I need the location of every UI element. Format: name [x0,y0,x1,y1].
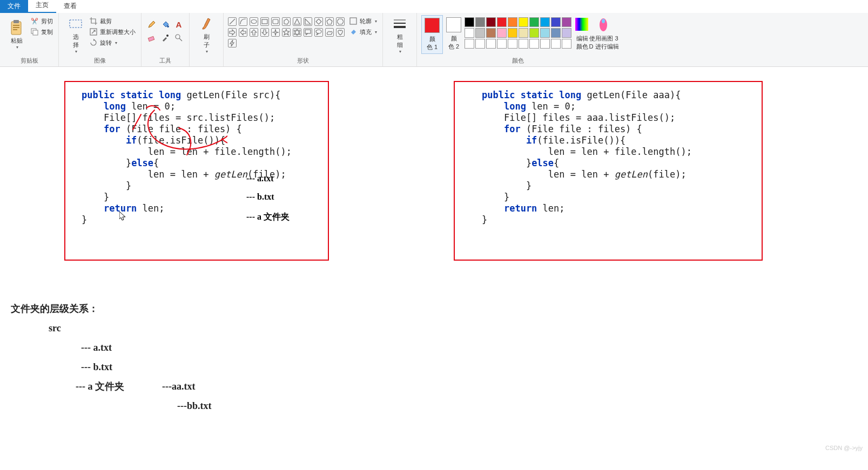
swatch[interactable] [529,28,539,38]
swatch[interactable] [519,28,528,38]
rotate-icon [89,38,98,47]
swatch[interactable] [497,39,507,49]
swatch[interactable] [486,28,496,38]
group-label-shapes: 形状 [297,56,309,66]
color-palette[interactable] [465,15,571,49]
select-button[interactable]: 选 择 [63,15,88,54]
shape-curve[interactable] [239,17,247,26]
shape-hexagon[interactable] [336,17,345,26]
swatch[interactable] [486,17,496,27]
color2-button[interactable]: 颜 色 2 [443,15,465,54]
rotate-button[interactable]: 旋转 [88,38,137,47]
svg-rect-15 [273,19,278,24]
swatch[interactable] [551,39,561,49]
shape-bolt[interactable] [228,39,237,47]
group-stroke: 粗 细 [383,13,417,66]
shape-arrow-u[interactable] [250,28,258,37]
brushes-button[interactable]: 刷 子 [194,15,219,54]
magnifier-tool[interactable] [173,32,185,44]
swatch[interactable] [486,39,496,49]
swatch[interactable] [540,17,550,27]
hierarchy-c1: --- a.txt [81,338,212,357]
shape-callout-cloud[interactable] [325,28,334,37]
swatch[interactable] [497,17,507,27]
copy-icon [30,28,39,36]
shape-star5[interactable] [282,28,291,37]
annot-b-txt: --- b.txt [246,192,274,202]
shape-polygon[interactable] [282,17,291,26]
swatch[interactable] [465,17,474,27]
swatch[interactable] [475,28,485,38]
swatch[interactable] [540,39,550,49]
swatch[interactable] [519,17,528,27]
tab-file[interactable]: 文件 [0,0,28,13]
shape-callout-rect[interactable] [304,28,312,37]
shape-rtriangle[interactable] [304,17,312,26]
svg-rect-7 [70,20,82,28]
svg-point-9 [167,25,169,28]
code-box-right: public static long getLen(File aaa){ lon… [454,81,763,261]
shape-arrow-l[interactable] [239,28,247,37]
shape-line[interactable] [228,17,237,26]
shape-roundrect[interactable] [271,17,280,26]
svg-rect-10 [148,36,154,41]
shape-pentagon[interactable] [325,17,334,26]
svg-rect-1 [14,20,19,23]
tab-home[interactable]: 主页 [28,0,56,13]
swatch[interactable] [508,17,517,27]
edit-colors-icon [575,17,590,32]
svg-point-12 [176,35,180,39]
paste-button[interactable]: 粘贴 [4,15,29,54]
swatch[interactable] [508,28,517,38]
swatch[interactable] [508,39,517,49]
eraser-tool[interactable] [146,32,158,44]
swatch[interactable] [475,39,485,49]
canvas-area[interactable]: public static long getLen(File src){ lon… [0,67,868,470]
shape-heart[interactable] [336,28,345,37]
copy-button[interactable]: 复制 [29,27,54,37]
shape-rect[interactable] [260,17,269,26]
swatch[interactable] [529,39,539,49]
picker-tool[interactable] [159,32,171,44]
group-label-image: 图像 [94,56,106,66]
tab-view[interactable]: 查看 [56,0,84,13]
shape-gallery[interactable] [228,15,345,47]
swatch[interactable] [551,28,561,38]
shape-diamond[interactable] [314,17,323,26]
shape-triangle[interactable] [293,17,301,26]
shape-star4[interactable] [271,28,280,37]
swatch[interactable] [562,39,571,49]
color1-button[interactable]: 颜 色 1 [421,15,443,54]
brush-icon [199,16,214,33]
group-clipboard: 粘贴 ✂️ 剪切 复制 剪贴板 [0,13,59,66]
swatch[interactable] [562,28,571,38]
paste-icon [9,19,24,37]
outline-button[interactable]: 轮廓 [348,16,378,26]
outline-icon [349,17,358,25]
swatch[interactable] [465,39,474,49]
crop-button[interactable]: 裁剪 [88,16,137,26]
swatch[interactable] [529,17,539,27]
shape-oval[interactable] [250,17,258,26]
swatch[interactable] [540,28,550,38]
cut-button[interactable]: ✂️ 剪切 [29,16,54,26]
shape-arrow-r[interactable] [228,28,237,37]
swatch[interactable] [562,17,571,27]
swatch[interactable] [497,28,507,38]
svg-rect-2 [13,25,19,26]
bucket-tool[interactable] [159,18,171,30]
swatch[interactable] [475,17,485,27]
paint3d-button[interactable]: 使用画图 3 D 进行编辑 [593,15,615,54]
resize-button[interactable]: 重新调整大小 [88,27,137,37]
swatch[interactable] [551,17,561,27]
swatch[interactable] [465,28,474,38]
fill-button[interactable]: 填充 [348,27,378,37]
cursor-icon [119,212,127,221]
swatch[interactable] [519,39,528,49]
shape-arrow-d[interactable] [260,28,269,37]
stroke-button[interactable]: 粗 细 [387,15,412,54]
text-tool[interactable]: A [173,18,185,30]
shape-callout-oval[interactable] [314,28,323,37]
shape-star6[interactable] [293,28,301,37]
pencil-tool[interactable] [146,18,158,30]
